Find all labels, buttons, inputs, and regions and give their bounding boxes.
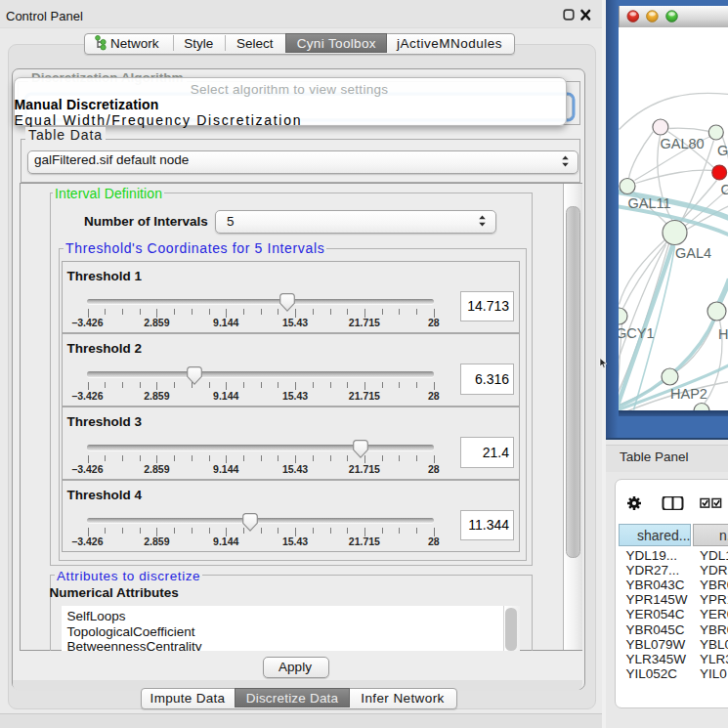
svg-text:H: H <box>718 326 728 342</box>
svg-text:GAL11: GAL11 <box>627 194 670 210</box>
svg-text:GCY1: GCY1 <box>619 324 655 340</box>
svg-text:GAL80: GAL80 <box>660 136 704 151</box>
svg-text:HAP2: HAP2 <box>670 386 707 402</box>
svg-text:GA: GA <box>717 143 728 158</box>
svg-text:C: C <box>720 182 728 197</box>
svg-text:GAL4: GAL4 <box>675 245 711 261</box>
